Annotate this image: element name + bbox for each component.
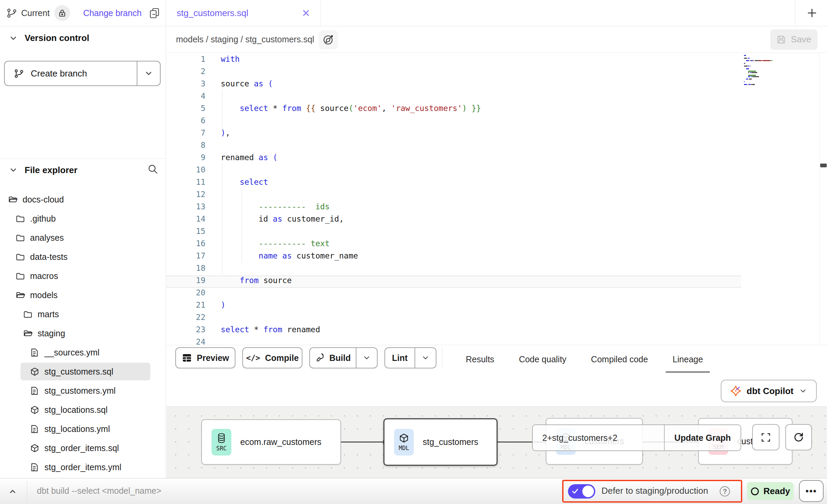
- line-number: 16: [166, 237, 205, 250]
- compass-icon[interactable]: [319, 30, 338, 49]
- lint-dropdown[interactable]: [415, 348, 436, 368]
- code-line-6[interactable]: 6: [166, 114, 827, 127]
- lint-button[interactable]: Lint: [385, 353, 415, 363]
- change-branch-link[interactable]: Change branch: [83, 8, 141, 18]
- help-icon[interactable]: ?: [720, 486, 730, 496]
- compile-button[interactable]: </> Compile: [242, 347, 302, 368]
- code-line-22[interactable]: 22: [166, 311, 827, 323]
- dbt-copilot-button[interactable]: dbt Copilot: [721, 380, 817, 402]
- file-tree-label: marts: [38, 309, 59, 319]
- lineage-node-ecom-raw-customers[interactable]: SRCecom.raw_customers: [201, 419, 341, 465]
- code-line-4[interactable]: 4: [166, 90, 827, 102]
- file-tree-label: .github: [30, 214, 56, 224]
- code-line-16[interactable]: 16 ---------- text: [166, 237, 827, 250]
- code-line-12[interactable]: 12: [166, 188, 827, 200]
- tab-code-quality[interactable]: Code quality: [506, 345, 579, 373]
- create-branch-label: Create branch: [31, 68, 87, 79]
- code-line-1[interactable]: 1with: [166, 53, 827, 65]
- create-branch-dropdown[interactable]: [137, 61, 160, 85]
- save-button[interactable]: Save: [770, 29, 817, 50]
- line-number: 18: [166, 262, 205, 274]
- code-line-8[interactable]: 8: [166, 139, 827, 151]
- code-line-17[interactable]: 17 name as customer_name: [166, 250, 827, 262]
- tab-results[interactable]: Results: [453, 345, 506, 373]
- code-line-7[interactable]: 7),: [166, 127, 827, 139]
- minimap-line: [749, 84, 751, 85]
- file-tree-item-marts[interactable]: marts: [0, 305, 166, 324]
- code-line-20[interactable]: 20: [166, 286, 827, 299]
- code-line-13[interactable]: 13 ---------- ids: [166, 200, 827, 213]
- code-text: ---------- text: [221, 237, 330, 250]
- code-line-3[interactable]: 3source as (: [166, 78, 827, 90]
- tab-stg-customers-sql[interactable]: stg_customers.sql ✕: [166, 0, 321, 26]
- code-editor[interactable]: 1with23source as (45 select * from {{ so…: [166, 53, 827, 345]
- line-number: 13: [166, 200, 205, 213]
- file-tree-item-macros[interactable]: macros: [0, 266, 166, 285]
- code-line-19[interactable]: 19 from source: [166, 274, 827, 286]
- create-branch-button[interactable]: Create branch: [4, 61, 161, 86]
- code-line-2[interactable]: 2: [166, 65, 827, 78]
- version-control-title: Version control: [25, 33, 89, 43]
- update-graph-button[interactable]: Update Graph: [664, 425, 741, 450]
- folder-open-icon: [23, 329, 32, 338]
- code-line-10[interactable]: 10: [166, 164, 827, 176]
- file-tree-item-docs-cloud[interactable]: docs-cloud: [0, 190, 166, 209]
- code-line-5[interactable]: 5 select * from {{ source('ecom', 'raw_c…: [166, 102, 827, 114]
- build-dropdown[interactable]: [356, 348, 377, 368]
- file-explorer-section: File explorer: [0, 158, 166, 181]
- lineage-selector-input[interactable]: 2+stg_customers+2: [533, 425, 664, 450]
- model-icon: [30, 367, 39, 376]
- tab-lineage[interactable]: Lineage: [660, 345, 715, 373]
- toggle-knob: [582, 486, 594, 497]
- new-tab-button[interactable]: [805, 6, 819, 20]
- file-tree-item-stg-locations-sql[interactable]: stg_locations.sql: [0, 400, 166, 419]
- file-tree-label: analyses: [30, 233, 64, 243]
- code-line-11[interactable]: 11 select: [166, 176, 827, 188]
- lineage-node-stg-customers[interactable]: MDLstg_customers: [383, 418, 498, 466]
- code-line-14[interactable]: 14 id as customer_id,: [166, 213, 827, 225]
- build-button[interactable]: Build: [310, 353, 356, 363]
- defer-toggle[interactable]: [568, 484, 595, 499]
- create-branch-main[interactable]: Create branch: [5, 61, 137, 85]
- file-tree-item-analyses[interactable]: analyses: [0, 228, 166, 247]
- file-tree-item--sources-yml[interactable]: __sources.yml: [0, 343, 166, 362]
- code-line-15[interactable]: 15: [166, 225, 827, 237]
- file-tree-item-data-tests[interactable]: data-tests: [0, 247, 166, 266]
- file-tree-item-stg-locations-yml[interactable]: stg_locations.yml: [0, 419, 166, 438]
- command-input[interactable]: dbt build --select <model_name>: [37, 486, 161, 496]
- chevron-up-icon[interactable]: [8, 487, 18, 497]
- minimap-line: [744, 84, 747, 85]
- search-icon[interactable]: [147, 164, 159, 175]
- file-explorer-header[interactable]: File explorer: [0, 159, 166, 181]
- close-icon[interactable]: ✕: [302, 8, 310, 18]
- file-tree-item-stg-customers-yml[interactable]: stg_customers.yml: [0, 381, 166, 400]
- file-tree-item-stg-order-items-sql[interactable]: stg_order_items.sql: [0, 438, 166, 458]
- code-line-23[interactable]: 23select * from renamed: [166, 323, 827, 336]
- copy-icon[interactable]: [149, 7, 160, 19]
- file-icon: [30, 348, 39, 357]
- line-number: 5: [166, 102, 205, 114]
- minimap-line: [751, 84, 755, 85]
- version-control-header[interactable]: Version control: [0, 33, 89, 43]
- more-options-button[interactable]: •••: [799, 480, 824, 502]
- scrollbar-thumb[interactable]: [820, 164, 827, 167]
- line-number: 22: [166, 311, 205, 323]
- fullscreen-icon[interactable]: [752, 424, 779, 450]
- code-line-9[interactable]: 9renamed as (: [166, 151, 827, 164]
- file-tree-item--github[interactable]: .github: [0, 209, 166, 228]
- build-split-button: Build: [309, 347, 378, 368]
- preview-button[interactable]: Preview: [175, 347, 235, 368]
- lineage-canvas[interactable]: SRCecom.raw_customersMDLstg_customersMDL…: [166, 406, 827, 478]
- file-tree-item-staging[interactable]: staging: [0, 324, 166, 343]
- tab-compiled-code[interactable]: Compiled code: [579, 345, 660, 373]
- badge-label: SRC: [216, 445, 227, 452]
- minimap-line: [748, 76, 750, 77]
- code-line-18[interactable]: 18: [166, 262, 827, 274]
- code-line-21[interactable]: 21): [166, 299, 827, 311]
- editor-scrollbar[interactable]: [819, 53, 827, 345]
- refresh-icon[interactable]: [785, 424, 812, 450]
- file-tree-item-models[interactable]: models: [0, 285, 166, 305]
- file-tree-item-stg-order-items-yml[interactable]: stg_order_items.yml: [0, 458, 166, 477]
- file-tree-item-stg-customers-sql[interactable]: stg_customers.sql: [0, 362, 166, 381]
- code-line-24[interactable]: 24: [166, 336, 827, 345]
